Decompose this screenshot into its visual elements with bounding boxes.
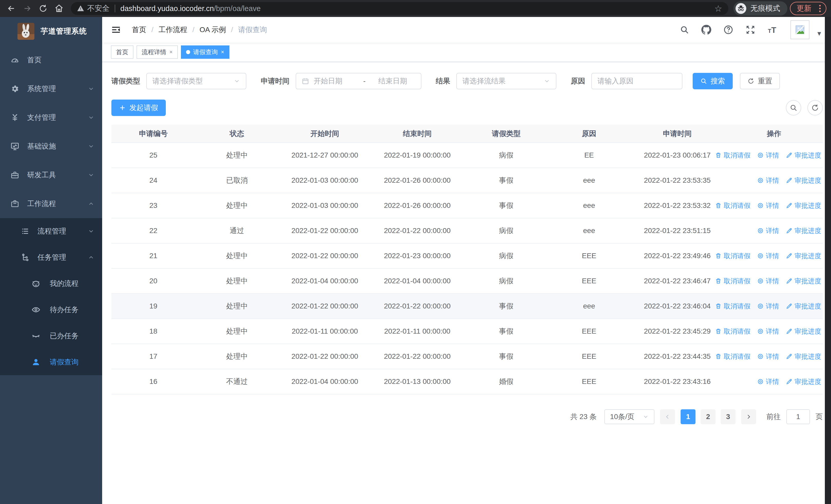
sidebar-item-工作流程[interactable]: 工作流程: [0, 189, 102, 218]
cancel-action-link[interactable]: 取消请假: [715, 302, 750, 311]
toolbox-icon: [10, 171, 20, 179]
sidebar-item-已办任务[interactable]: 已办任务: [0, 323, 102, 349]
back-icon[interactable]: [5, 2, 18, 15]
cell-reason: EEE: [549, 344, 629, 369]
goto-label: 前往: [766, 412, 781, 422]
cell-reason: eee: [549, 218, 629, 243]
progress-action-link[interactable]: 审批进度: [786, 327, 821, 336]
sidebar-item-请假查询[interactable]: 请假查询: [0, 349, 102, 375]
reset-button[interactable]: 重置: [740, 73, 780, 89]
page-size-select[interactable]: 10条/页: [604, 409, 654, 424]
detail-action-link[interactable]: 详情: [757, 352, 779, 361]
prev-page-button[interactable]: [660, 409, 675, 424]
detail-action-link[interactable]: 详情: [757, 251, 779, 261]
tab-请假查询[interactable]: 请假查询×: [181, 46, 229, 59]
cancel-action-link[interactable]: 取消请假: [715, 277, 750, 286]
action-label: 审批进度: [795, 176, 821, 185]
tab-流程详情[interactable]: 流程详情×: [137, 46, 178, 59]
address-bar[interactable]: 不安全 dashboard.yudao.iocoder.cn/bpm/oa/le…: [71, 2, 728, 15]
action-label: 审批进度: [795, 251, 821, 261]
tab-首页[interactable]: 首页: [111, 46, 134, 59]
sidebar-item-系统管理[interactable]: 系统管理: [0, 75, 102, 103]
trash-icon: [715, 278, 722, 284]
sidebar-item-支付管理[interactable]: 支付管理: [0, 103, 102, 132]
cancel-action-link[interactable]: 取消请假: [715, 327, 750, 336]
sidebar-item-基础设施[interactable]: 基础设施: [0, 132, 102, 161]
menu-dots-icon[interactable]: [816, 5, 823, 12]
sidebar-item-我的流程[interactable]: 我的流程: [0, 270, 102, 297]
detail-action-link[interactable]: 详情: [757, 151, 779, 160]
page-button-1[interactable]: 1: [681, 409, 695, 424]
refresh-table-button[interactable]: [807, 100, 823, 116]
close-icon[interactable]: ×: [221, 49, 224, 55]
breadcrumb-item[interactable]: OA 示例: [200, 25, 226, 35]
page-button-2[interactable]: 2: [700, 409, 716, 424]
detail-action-link[interactable]: 详情: [757, 302, 779, 311]
create-leave-button[interactable]: 发起请假: [111, 99, 166, 116]
action-label: 详情: [766, 302, 779, 311]
detail-action-link[interactable]: 详情: [757, 201, 779, 210]
sidebar-item-待办任务[interactable]: 待办任务: [0, 297, 102, 323]
filter-form: 请假类型 请选择请假类型 申请时间 开始日期 - 结束日期: [111, 73, 823, 89]
result-placeholder: 请选择流结果: [462, 76, 544, 86]
progress-action-link[interactable]: 审批进度: [786, 201, 821, 210]
progress-action-link[interactable]: 审批进度: [786, 176, 821, 185]
browser-scrollbar[interactable]: [825, 17, 831, 504]
cancel-action-link[interactable]: 取消请假: [715, 201, 750, 210]
progress-action-link[interactable]: 审批进度: [786, 302, 821, 311]
home-icon[interactable]: [52, 2, 66, 15]
detail-action-link[interactable]: 详情: [757, 226, 779, 235]
app-logo[interactable]: 芋道管理系统: [0, 17, 102, 46]
reload-icon[interactable]: [36, 2, 50, 15]
detail-action-link[interactable]: 详情: [757, 327, 779, 336]
forward-icon[interactable]: [21, 2, 34, 15]
bookmark-star-icon[interactable]: ☆: [715, 3, 722, 13]
avatar[interactable]: [791, 20, 809, 39]
breadcrumb-separator: /: [193, 26, 195, 34]
cancel-action-link[interactable]: 取消请假: [715, 352, 750, 361]
update-button[interactable]: 更新: [790, 2, 826, 15]
security-status[interactable]: 不安全: [77, 3, 110, 13]
sidebar-item-首页[interactable]: 首页: [0, 46, 102, 75]
detail-action-link[interactable]: 详情: [757, 277, 779, 286]
progress-action-link[interactable]: 审批进度: [786, 352, 821, 361]
sidebar-toggle-icon[interactable]: [111, 25, 121, 35]
leave-type-select[interactable]: 请选择请假类型: [146, 73, 247, 89]
detail-action-link[interactable]: 详情: [757, 176, 779, 185]
sidebar-item-任务管理[interactable]: 任务管理: [0, 244, 102, 270]
progress-action-link[interactable]: 审批进度: [786, 151, 821, 160]
progress-action-link[interactable]: 审批进度: [786, 251, 821, 261]
fullscreen-icon[interactable]: [745, 25, 755, 35]
action-label: 详情: [766, 201, 779, 210]
sidebar-item-研发工具[interactable]: 研发工具: [0, 161, 102, 189]
next-page-button[interactable]: [741, 409, 756, 424]
result-select[interactable]: 请选择流结果: [456, 73, 556, 89]
font-size-icon[interactable]: TT: [767, 25, 779, 35]
detail-action-link[interactable]: 详情: [757, 377, 779, 386]
toggle-search-button[interactable]: [786, 100, 801, 116]
reason-input[interactable]: 请输入原因: [591, 73, 682, 89]
sidebar-item-流程管理[interactable]: 流程管理: [0, 218, 102, 244]
cell-end: 2022-01-22 00:00:00: [371, 344, 463, 369]
search-button[interactable]: 搜索: [693, 73, 733, 89]
cell-id: 25: [111, 143, 195, 168]
page-button-3[interactable]: 3: [721, 409, 736, 424]
search-icon[interactable]: [680, 25, 689, 35]
column-header-操作: 操作: [725, 125, 823, 143]
close-icon[interactable]: ×: [169, 49, 173, 55]
cell-apply: 2022-01-22 23:46:04: [629, 294, 725, 319]
avatar-dropdown-icon[interactable]: ▼: [816, 30, 822, 37]
help-icon[interactable]: [723, 25, 734, 35]
apply-time-range-picker[interactable]: 开始日期 - 结束日期: [296, 73, 422, 89]
breadcrumb-item[interactable]: 首页: [132, 25, 146, 35]
progress-action-link[interactable]: 审批进度: [786, 377, 821, 386]
github-icon[interactable]: [701, 25, 711, 35]
cancel-action-link[interactable]: 取消请假: [715, 151, 750, 160]
cancel-action-link[interactable]: 取消请假: [715, 251, 750, 261]
breadcrumb-item[interactable]: 工作流程: [159, 25, 188, 35]
goto-page-input[interactable]: [786, 409, 810, 424]
cell-start: 2022-01-04 00:00:00: [279, 369, 371, 394]
progress-action-link[interactable]: 审批进度: [786, 277, 821, 286]
cell-id: 17: [111, 344, 195, 369]
progress-action-link[interactable]: 审批进度: [786, 226, 821, 235]
